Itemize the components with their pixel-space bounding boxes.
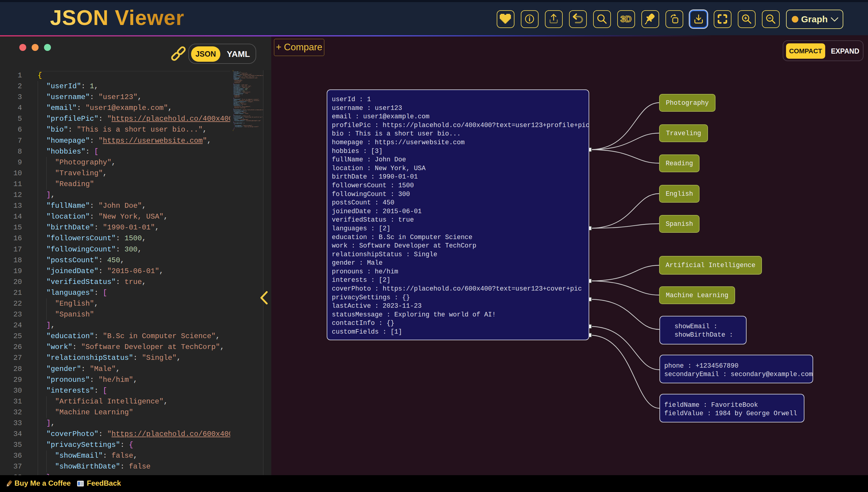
svg-text:Graph: Graph xyxy=(801,14,828,24)
svg-text:3D: 3D xyxy=(620,14,631,24)
